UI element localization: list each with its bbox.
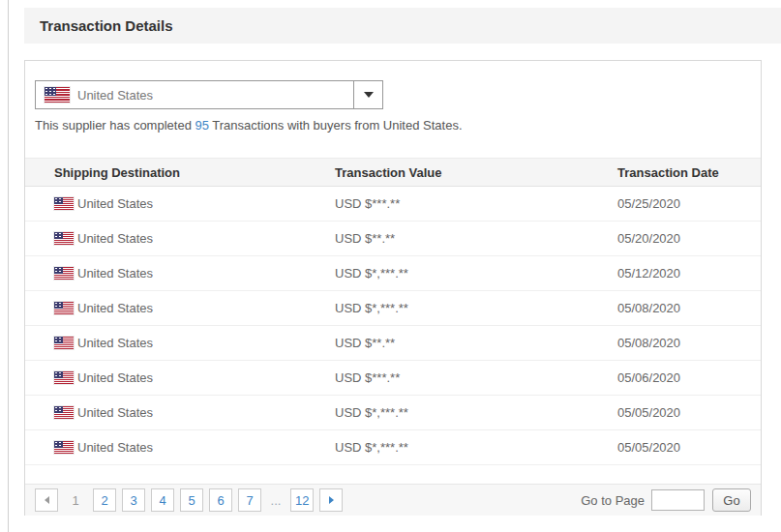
table-row: United States USD $*,***.** 05/08/2020 [25, 291, 761, 326]
next-page-button[interactable] [319, 488, 343, 512]
next-arrow-icon [329, 496, 334, 504]
summary-suffix: Transactions with buyers from United Sta… [209, 118, 463, 133]
page-left-divider [8, 0, 9, 532]
table-row: United States USD $*,***.** 05/12/2020 [25, 256, 761, 291]
us-flag-icon [54, 406, 74, 419]
us-flag-icon [45, 87, 70, 103]
value-cell: USD $**.** [335, 231, 617, 246]
us-flag-icon [54, 267, 74, 280]
value-cell: USD $*,***.** [335, 405, 617, 420]
goto-page-group: Go to Page Go [581, 488, 751, 512]
us-flag-icon [54, 197, 74, 210]
section-header: Transaction Details [24, 8, 781, 44]
page-button-4[interactable]: 4 [151, 488, 174, 512]
value-cell: USD $***.** [335, 196, 617, 211]
page-title: Transaction Details [24, 17, 173, 34]
transaction-count: 95 [195, 118, 208, 133]
destination-cell: United States [77, 266, 153, 281]
country-dropdown-arrow-button[interactable] [353, 81, 382, 108]
table-row: United States USD $**.** 05/08/2020 [25, 326, 761, 361]
transaction-summary-text: This supplier has completed 95 Transacti… [35, 118, 463, 133]
destination-cell: United States [77, 336, 153, 350]
chevron-down-icon [364, 92, 374, 98]
us-flag-icon [54, 371, 74, 384]
table-row: United States USD $*,***.** 05/05/2020 [25, 430, 761, 465]
pagination-bar: 1 2 3 4 5 6 7 ... 12 Go to Page Go [25, 484, 761, 516]
goto-page-label: Go to Page [581, 493, 645, 508]
transaction-details-card: United States This supplier has complete… [24, 60, 762, 516]
value-cell: USD $**.** [335, 336, 617, 350]
summary-prefix: This supplier has completed [35, 118, 195, 133]
destination-cell: United States [77, 440, 153, 455]
table-row: United States USD $**.** 05/20/2020 [25, 222, 761, 256]
goto-page-input[interactable] [651, 489, 705, 511]
value-cell: USD $*,***.** [335, 301, 617, 315]
destination-cell: United States [77, 231, 153, 246]
page-button-5[interactable]: 5 [180, 488, 203, 512]
destination-cell: United States [77, 405, 153, 420]
column-header-destination: Shipping Destination [25, 165, 335, 180]
current-page-indicator: 1 [64, 488, 87, 512]
date-cell: 05/08/2020 [617, 301, 761, 315]
destination-cell: United States [77, 196, 153, 211]
page-button-12[interactable]: 12 [290, 488, 314, 512]
date-cell: 05/12/2020 [617, 266, 761, 281]
date-cell: 05/20/2020 [617, 231, 761, 246]
value-cell: USD $*,***.** [335, 266, 617, 281]
page-button-7[interactable]: 7 [238, 488, 261, 512]
us-flag-icon [54, 302, 74, 314]
date-cell: 05/25/2020 [617, 196, 761, 211]
table-row: United States USD $***.** 05/06/2020 [25, 361, 761, 396]
destination-cell: United States [77, 301, 153, 315]
country-dropdown-value: United States [77, 88, 153, 103]
pagination-ellipsis: ... [267, 493, 285, 508]
column-header-date: Transaction Date [617, 165, 761, 180]
page-button-3[interactable]: 3 [122, 488, 145, 512]
page-button-6[interactable]: 6 [209, 488, 232, 512]
table-row: United States USD $*,***.** 05/05/2020 [25, 396, 761, 430]
date-cell: 05/05/2020 [617, 405, 761, 420]
value-cell: USD $***.** [335, 370, 617, 385]
date-cell: 05/06/2020 [617, 370, 761, 385]
us-flag-icon [54, 441, 74, 454]
us-flag-icon [54, 337, 74, 349]
go-button[interactable]: Go [712, 488, 751, 512]
prev-page-button[interactable] [35, 488, 58, 512]
destination-cell: United States [77, 370, 153, 385]
value-cell: USD $*,***.** [335, 440, 617, 455]
us-flag-icon [54, 232, 74, 245]
transactions-table: Shipping Destination Transaction Value T… [25, 158, 761, 465]
date-cell: 05/08/2020 [617, 336, 761, 350]
page-button-2[interactable]: 2 [93, 488, 116, 512]
date-cell: 05/05/2020 [617, 440, 761, 455]
transaction-details-page: Transaction Details United States This s… [0, 0, 781, 532]
table-header-row: Shipping Destination Transaction Value T… [25, 158, 761, 187]
column-header-value: Transaction Value [335, 165, 617, 180]
country-dropdown[interactable]: United States [35, 80, 383, 109]
prev-arrow-icon [45, 496, 49, 504]
table-row: United States USD $***.** 05/25/2020 [25, 187, 761, 222]
